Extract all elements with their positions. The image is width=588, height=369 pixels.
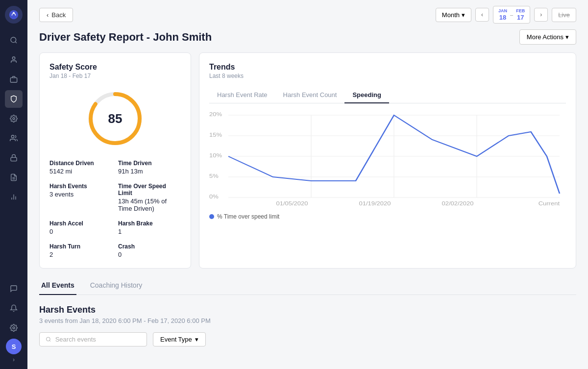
back-label: Back bbox=[51, 11, 66, 19]
stat-harsh-accel: Harsh Accel 0 bbox=[49, 220, 112, 235]
more-actions-label: More Actions bbox=[527, 33, 564, 41]
sidebar-item-chat[interactable] bbox=[5, 280, 23, 297]
svg-text:15%: 15% bbox=[209, 133, 222, 138]
date-next-button[interactable]: › bbox=[534, 8, 548, 22]
stat-time-driven: Time Driven 91h 13m bbox=[118, 160, 181, 175]
svg-point-6 bbox=[11, 135, 14, 138]
legend-label-speed: % Time over speed limit bbox=[217, 213, 279, 220]
trends-title: Trends bbox=[209, 63, 566, 72]
month-dropdown-icon: ▾ bbox=[462, 11, 465, 19]
trend-chart: 20% 15% 10% 5% 0% bbox=[209, 111, 566, 209]
sidebar-item-gear[interactable] bbox=[5, 319, 23, 337]
page-title: Driver Safety Report - John Smith bbox=[39, 31, 212, 44]
cards-row: Safety Score Jan 18 - Feb 17 85 Distance… bbox=[27, 52, 588, 276]
main-content: ‹ Back Month ▾ ‹ JAN 18 – FEB 17 › Liv bbox=[27, 0, 588, 369]
user-avatar[interactable]: S bbox=[6, 339, 22, 354]
stat-distance: Distance Driven 5142 mi bbox=[49, 160, 112, 175]
sidebar-item-vehicles[interactable] bbox=[5, 71, 23, 88]
sidebar-logo[interactable] bbox=[5, 6, 23, 24]
tab-speeding[interactable]: Speeding bbox=[344, 87, 389, 103]
month-label: Month bbox=[442, 11, 460, 19]
date-to-day: 17 bbox=[517, 14, 524, 22]
filters-row: Event Type ▾ bbox=[39, 332, 576, 346]
sidebar-item-search[interactable] bbox=[5, 31, 23, 49]
event-type-dropdown[interactable]: Event Type ▾ bbox=[153, 332, 206, 346]
date-from-month: JAN bbox=[498, 8, 507, 14]
date-to-month: FEB bbox=[516, 8, 525, 14]
date-range-display: JAN 18 – FEB 17 bbox=[493, 6, 530, 24]
chart-legend: % Time over speed limit bbox=[209, 213, 566, 220]
sidebar-item-reports[interactable] bbox=[5, 169, 23, 186]
back-arrow-icon: ‹ bbox=[47, 11, 49, 19]
event-type-chevron-icon: ▾ bbox=[195, 336, 198, 343]
search-input[interactable] bbox=[55, 336, 141, 343]
tab-harsh-event-count[interactable]: Harsh Event Count bbox=[275, 87, 345, 103]
harsh-events-subtitle: 3 events from Jan 18, 2020 6:00 PM - Feb… bbox=[39, 317, 576, 324]
svg-point-13 bbox=[13, 327, 15, 329]
tab-all-events[interactable]: All Events bbox=[39, 276, 76, 295]
stat-harsh-turn: Harsh Turn 2 bbox=[49, 243, 112, 258]
svg-text:0%: 0% bbox=[209, 195, 219, 199]
live-button[interactable]: Live bbox=[552, 8, 576, 22]
stat-harsh-brake: Harsh Brake 1 bbox=[118, 220, 181, 235]
topbar: ‹ Back Month ▾ ‹ JAN 18 – FEB 17 › Liv bbox=[27, 0, 588, 29]
stat-crash: Crash 0 bbox=[118, 243, 181, 258]
safety-score-card: Safety Score Jan 18 - Feb 17 85 Distance… bbox=[39, 52, 191, 269]
page-header: Driver Safety Report - John Smith More A… bbox=[27, 29, 588, 52]
date-from: JAN 18 bbox=[498, 8, 507, 21]
svg-text:02/02/2020: 02/02/2020 bbox=[442, 201, 474, 206]
stat-time-over-speed: Time Over Speed Limit 13h 45m (15% of Ti… bbox=[118, 183, 181, 212]
svg-rect-4 bbox=[10, 78, 17, 82]
svg-text:Current: Current bbox=[539, 201, 560, 206]
stats-grid: Distance Driven 5142 mi Time Driven 91h … bbox=[49, 160, 181, 258]
svg-text:20%: 20% bbox=[209, 112, 222, 117]
back-button[interactable]: ‹ Back bbox=[39, 8, 73, 22]
sidebar-item-safety[interactable] bbox=[5, 90, 23, 108]
sidebar-expand-chevron[interactable]: › bbox=[13, 356, 15, 363]
sidebar-item-driver[interactable] bbox=[5, 51, 23, 69]
chart-area: 20% 15% 10% 5% 0% bbox=[209, 111, 566, 209]
search-box[interactable] bbox=[39, 332, 147, 346]
svg-point-5 bbox=[13, 118, 15, 120]
svg-point-2 bbox=[11, 37, 16, 43]
svg-point-33 bbox=[46, 338, 50, 342]
date-separator: – bbox=[509, 12, 514, 18]
svg-text:5%: 5% bbox=[209, 174, 219, 179]
date-prev-button[interactable]: ‹ bbox=[475, 8, 489, 22]
trends-card: Trends Last 8 weeks Harsh Event Rate Har… bbox=[199, 52, 576, 269]
svg-point-1 bbox=[13, 12, 15, 14]
harsh-events-title: Harsh Events bbox=[39, 305, 576, 315]
svg-text:10%: 10% bbox=[209, 153, 222, 158]
sidebar-item-notifications[interactable] bbox=[5, 299, 23, 317]
tab-harsh-event-rate[interactable]: Harsh Event Rate bbox=[209, 87, 275, 103]
svg-text:01/05/2020: 01/05/2020 bbox=[276, 201, 308, 206]
bottom-tabs-row: All Events Coaching History bbox=[39, 276, 576, 295]
sidebar-item-settings[interactable] bbox=[5, 110, 23, 127]
trends-date: Last 8 weeks bbox=[209, 73, 566, 79]
stat-harsh-events: Harsh Events 3 events bbox=[49, 183, 112, 212]
sidebar-item-lock[interactable] bbox=[5, 149, 23, 167]
trends-tabs: Harsh Event Rate Harsh Event Count Speed… bbox=[209, 87, 566, 103]
search-icon bbox=[46, 336, 51, 343]
score-gauge-container: 85 bbox=[49, 89, 181, 148]
safety-score-title: Safety Score bbox=[49, 63, 181, 72]
svg-text:01/19/2020: 01/19/2020 bbox=[359, 201, 391, 206]
tab-coaching-history[interactable]: Coaching History bbox=[88, 276, 145, 295]
score-gauge: 85 bbox=[86, 89, 145, 148]
legend-dot-speed bbox=[209, 214, 214, 219]
date-from-day: 18 bbox=[499, 14, 506, 22]
sidebar: S › bbox=[0, 0, 27, 369]
svg-rect-7 bbox=[11, 157, 17, 161]
score-value: 85 bbox=[108, 111, 122, 126]
safety-score-date: Jan 18 - Feb 17 bbox=[49, 73, 181, 79]
svg-point-3 bbox=[12, 57, 15, 59]
more-actions-chevron-icon: ▾ bbox=[565, 33, 569, 41]
sidebar-item-analytics[interactable] bbox=[5, 188, 23, 206]
more-actions-button[interactable]: More Actions ▾ bbox=[519, 29, 576, 45]
date-navigation: Month ▾ ‹ JAN 18 – FEB 17 › Live bbox=[436, 6, 576, 24]
event-type-label: Event Type bbox=[160, 336, 192, 343]
month-dropdown-button[interactable]: Month ▾ bbox=[436, 8, 471, 22]
sidebar-item-groups[interactable] bbox=[5, 129, 23, 147]
date-to: FEB 17 bbox=[516, 8, 525, 21]
svg-point-0 bbox=[9, 10, 18, 19]
